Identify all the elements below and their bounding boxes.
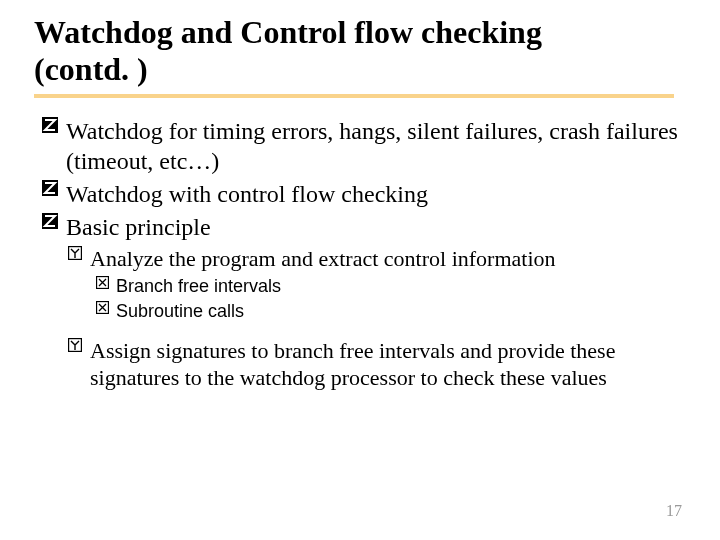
square-z-icon [42,180,58,196]
bullet-text: Watchdog with control flow checking [66,181,428,207]
bullet-level1: Watchdog for timing errors, hangs, silen… [42,116,686,176]
bullet-level3: Subroutine calls [96,300,686,323]
title-line-1: Watchdog and Control flow checking [34,14,542,50]
page-number: 17 [666,502,682,520]
bullet-level2: Assign signatures to branch free interva… [68,337,686,392]
bullet-text: Subroutine calls [116,301,244,321]
bullet-level3: Branch free intervals [96,275,686,298]
square-z-icon [42,213,58,229]
square-z-icon [42,117,58,133]
square-y-icon [68,246,82,260]
bullet-level2: Analyze the program and extract control … [68,245,686,273]
slide-title: Watchdog and Control flow checking (cont… [34,14,686,88]
bullet-text: Analyze the program and extract control … [90,246,556,271]
bullet-text: Assign signatures to branch free interva… [90,338,615,391]
title-underline [34,94,674,98]
slide: Watchdog and Control flow checking (cont… [0,0,720,540]
bullet-level1: Watchdog with control flow checking [42,179,686,209]
title-line-2: (contd. ) [34,51,148,87]
bullet-text: Basic principle [66,214,211,240]
bullet-level1: Basic principle [42,212,686,242]
square-x-icon [96,276,109,289]
bullet-text: Watchdog for timing errors, hangs, silen… [66,118,678,174]
bullet-text: Branch free intervals [116,276,281,296]
square-x-icon [96,301,109,314]
square-y-icon [68,338,82,352]
